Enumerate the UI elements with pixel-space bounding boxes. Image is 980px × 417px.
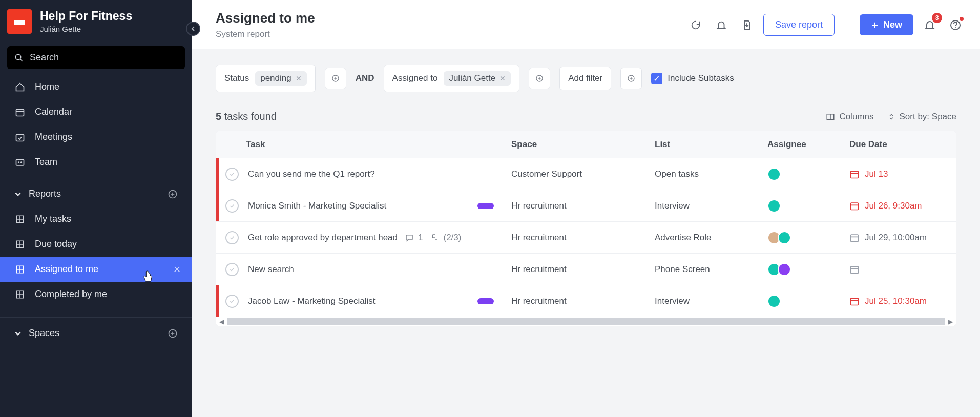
- complete-checkbox[interactable]: [219, 258, 242, 281]
- col-task[interactable]: Task: [216, 139, 505, 150]
- report-completed-by-me[interactable]: Completed by me: [0, 282, 192, 307]
- remove-chip-icon[interactable]: ✕: [296, 74, 302, 82]
- subtasks-count[interactable]: (2/3): [430, 233, 462, 243]
- add-assigned-value[interactable]: [529, 68, 550, 89]
- filter-assigned-chip[interactable]: Julián Gette ✕: [444, 71, 511, 86]
- list-cell[interactable]: Open tasks: [649, 164, 761, 184]
- col-space[interactable]: Space: [505, 139, 649, 150]
- nav-meetings[interactable]: Meetings: [0, 124, 192, 150]
- check-circle-icon: [225, 168, 239, 181]
- results-header: 5 tasks found Columns Sort by: Space: [192, 111, 980, 122]
- report-my-tasks[interactable]: My tasks: [0, 206, 192, 232]
- due-date-cell[interactable]: Jul 26, 9:30am: [843, 196, 956, 216]
- tag-pill[interactable]: [477, 298, 494, 304]
- space-cell[interactable]: Customer Support: [505, 164, 649, 184]
- space-cell[interactable]: Hr recruitment: [505, 259, 649, 280]
- complete-checkbox[interactable]: [219, 226, 242, 249]
- refresh-button[interactable]: [686, 16, 705, 34]
- assignee-cell[interactable]: [761, 258, 843, 281]
- nav-home[interactable]: Home: [0, 74, 192, 99]
- report-due-today[interactable]: Due today: [0, 232, 192, 257]
- add-filter-button[interactable]: Add filter: [559, 67, 611, 90]
- task-cell[interactable]: New search: [242, 259, 505, 280]
- list-cell[interactable]: Phone Screen: [649, 259, 761, 280]
- horizontal-scrollbar[interactable]: ◀ ▶: [216, 317, 956, 326]
- table-row[interactable]: Can you send me the Q1 report?Customer S…: [216, 158, 956, 190]
- scroll-right-icon[interactable]: ▶: [948, 318, 953, 325]
- close-report-button[interactable]: ✕: [173, 264, 181, 275]
- workspace-user: Julián Gette: [40, 25, 132, 33]
- check-circle-icon: [225, 231, 239, 244]
- svg-rect-43: [851, 171, 859, 178]
- search-input[interactable]: Search: [7, 46, 185, 69]
- list-cell[interactable]: Advertise Role: [649, 227, 761, 248]
- task-cell[interactable]: Jacob Law - Marketing Specialist: [242, 291, 505, 311]
- due-date-cell[interactable]: Jul 13: [843, 164, 956, 184]
- comments-count[interactable]: 1: [405, 233, 423, 243]
- task-cell[interactable]: Can you send me the Q1 report?: [242, 164, 505, 184]
- avatar[interactable]: [767, 295, 781, 308]
- filter-status-chip[interactable]: pending ✕: [255, 71, 307, 86]
- section-spaces[interactable]: Spaces: [0, 321, 192, 346]
- task-cell[interactable]: Get role approved by department head 1 (…: [242, 227, 505, 248]
- assignee-cell[interactable]: [761, 162, 843, 186]
- nav-calendar[interactable]: Calendar: [0, 99, 192, 124]
- svg-rect-1: [14, 18, 25, 20]
- columns-button[interactable]: Columns: [826, 112, 873, 122]
- due-date-cell[interactable]: Jul 25, 10:30am: [843, 291, 956, 311]
- task-cell[interactable]: Monica Smith - Marketing Specialist: [242, 196, 505, 216]
- avatar[interactable]: [767, 199, 781, 213]
- complete-checkbox[interactable]: [219, 162, 242, 186]
- complete-checkbox[interactable]: [219, 289, 242, 313]
- col-due[interactable]: Due Date: [843, 139, 956, 150]
- save-report-button[interactable]: Save report: [763, 14, 835, 36]
- table-row[interactable]: Get role approved by department head 1 (…: [216, 221, 956, 253]
- assignee-cell[interactable]: [761, 289, 843, 313]
- space-cell[interactable]: Hr recruitment: [505, 291, 649, 311]
- remove-chip-icon[interactable]: ✕: [499, 74, 506, 82]
- notifications-button[interactable]: 3: [921, 16, 939, 34]
- workspace-logo[interactable]: [7, 9, 32, 34]
- help-icon: [949, 19, 962, 31]
- list-cell[interactable]: Interview: [649, 291, 761, 311]
- sort-button[interactable]: Sort by: Space: [888, 112, 956, 122]
- add-filter-plus[interactable]: [620, 68, 642, 89]
- tag-pill[interactable]: [477, 203, 494, 209]
- col-assignee[interactable]: Assignee: [761, 139, 843, 150]
- add-space-button[interactable]: [168, 328, 178, 339]
- assignee-cell[interactable]: [761, 226, 843, 249]
- alerts-button[interactable]: [712, 16, 731, 34]
- avatar[interactable]: [778, 231, 791, 244]
- table-row[interactable]: Jacob Law - Marketing SpecialistHr recru…: [216, 285, 956, 317]
- space-cell[interactable]: Hr recruitment: [505, 227, 649, 248]
- filter-assigned[interactable]: Assigned to Julián Gette ✕: [384, 65, 520, 92]
- section-reports[interactable]: Reports: [0, 181, 192, 206]
- avatar[interactable]: [778, 263, 791, 276]
- include-subtasks-toggle[interactable]: ✓ Include Subtasks: [651, 73, 734, 84]
- new-button[interactable]: New: [860, 14, 913, 35]
- avatar[interactable]: [767, 168, 781, 181]
- plus-icon: [871, 21, 879, 29]
- calendar-icon: [14, 107, 26, 117]
- list-cell[interactable]: Interview: [649, 196, 761, 216]
- page-title: Assigned to me: [216, 10, 315, 26]
- complete-checkbox[interactable]: [219, 194, 242, 218]
- refresh-icon: [690, 19, 701, 31]
- nav-team[interactable]: Team: [0, 150, 192, 175]
- filter-status[interactable]: Status pending ✕: [216, 65, 316, 92]
- space-cell[interactable]: Hr recruitment: [505, 196, 649, 216]
- collapse-sidebar-button[interactable]: [186, 22, 200, 36]
- export-button[interactable]: [738, 16, 756, 34]
- scroll-track[interactable]: [227, 318, 945, 325]
- help-button[interactable]: [946, 16, 965, 34]
- scroll-left-icon[interactable]: ◀: [219, 318, 224, 325]
- assignee-cell[interactable]: [761, 194, 843, 218]
- col-list[interactable]: List: [649, 139, 761, 150]
- due-date-cell[interactable]: [843, 259, 956, 280]
- table-row[interactable]: Monica Smith - Marketing SpecialistHr re…: [216, 190, 956, 221]
- table-row[interactable]: New searchHr recruitmentPhone Screen: [216, 253, 956, 285]
- report-assigned-to-me[interactable]: Assigned to me ✕: [0, 257, 192, 282]
- due-date-cell[interactable]: Jul 29, 10:00am: [843, 227, 956, 248]
- add-status-value[interactable]: [325, 68, 346, 89]
- add-report-button[interactable]: [168, 189, 178, 199]
